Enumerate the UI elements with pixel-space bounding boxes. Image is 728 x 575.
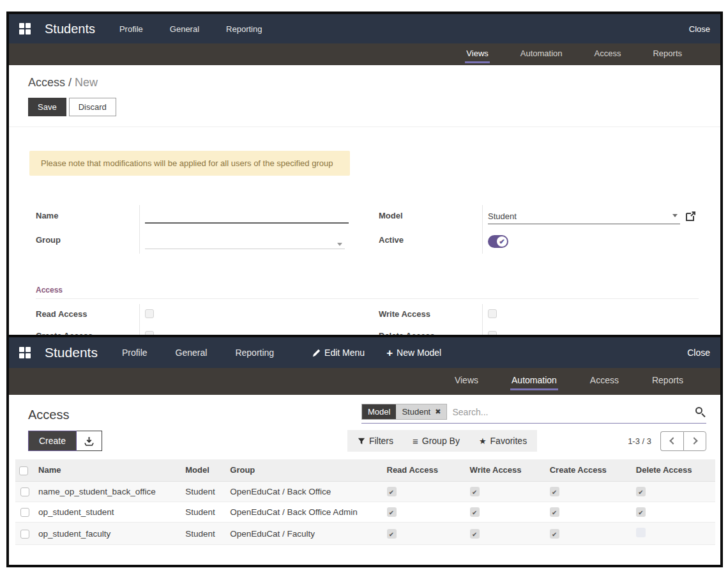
read-access-checkbox[interactable] bbox=[387, 507, 397, 517]
pager-range: 1-3 / 3 bbox=[628, 436, 651, 446]
tab-reports[interactable]: Reports bbox=[651, 372, 685, 390]
nav-item-general[interactable]: General bbox=[176, 348, 208, 358]
cell-model: Student bbox=[181, 481, 226, 502]
column-header-read-access[interactable]: Read Access bbox=[383, 459, 466, 481]
group-by-button[interactable]: ≡ Group By bbox=[413, 436, 460, 446]
model-select[interactable]: Student bbox=[488, 211, 680, 224]
table-row[interactable]: op_student_faculty Student OpenEduCat / … bbox=[15, 523, 715, 545]
field-write-access: Write Access bbox=[379, 304, 699, 326]
tab-access[interactable]: Access bbox=[593, 46, 623, 63]
table-row[interactable]: name_op_student_back_office Student Open… bbox=[15, 481, 715, 502]
nav-item-profile[interactable]: Profile bbox=[119, 24, 143, 34]
nav-item-reporting[interactable]: Reporting bbox=[226, 24, 262, 34]
tab-automation[interactable]: Automation bbox=[510, 372, 558, 390]
read-access-checkbox[interactable] bbox=[387, 487, 397, 496]
search-icon[interactable] bbox=[695, 406, 706, 418]
chevron-down-icon bbox=[672, 214, 678, 217]
nav-item-reporting[interactable]: Reporting bbox=[235, 348, 274, 358]
download-icon bbox=[84, 436, 94, 446]
edit-menu-button[interactable]: Edit Menu bbox=[312, 348, 365, 358]
tab-views[interactable]: Views bbox=[465, 46, 489, 63]
column-header-create-access[interactable]: Create Access bbox=[546, 459, 632, 481]
create-access-checkbox[interactable] bbox=[550, 529, 559, 539]
filter-strip: Filters ≡ Group By ★ Favorites bbox=[347, 430, 537, 452]
delete-access-checkbox[interactable] bbox=[636, 487, 646, 496]
cell-group: OpenEduCat / Faculty bbox=[226, 523, 383, 545]
apps-grid-icon[interactable] bbox=[19, 23, 31, 34]
toggle-check-icon: ✔ bbox=[497, 236, 507, 247]
write-access-checkbox[interactable] bbox=[470, 487, 480, 496]
plus-icon: + bbox=[386, 348, 393, 358]
column-header-model[interactable]: Model bbox=[181, 459, 226, 481]
top-navbar: Students Profile General Reporting Edit … bbox=[9, 337, 720, 368]
active-label: Active bbox=[379, 229, 482, 254]
page-title: Access bbox=[28, 408, 69, 422]
close-button[interactable]: Close bbox=[689, 24, 710, 34]
tab-automation[interactable]: Automation bbox=[519, 46, 564, 63]
read-access-checkbox[interactable] bbox=[387, 529, 397, 539]
access-table: Name Model Group Read Access Write Acces… bbox=[15, 459, 715, 545]
delete-access-checkbox[interactable] bbox=[636, 507, 646, 517]
read-access-label: Read Access bbox=[36, 304, 139, 326]
filters-button[interactable]: Filters bbox=[358, 436, 393, 446]
tab-views[interactable]: Views bbox=[453, 372, 480, 390]
close-button[interactable]: Close bbox=[687, 348, 710, 358]
active-toggle[interactable]: ✔ bbox=[488, 235, 508, 248]
name-input[interactable] bbox=[145, 211, 349, 224]
write-access-checkbox[interactable] bbox=[488, 309, 497, 318]
nav-actions: Edit Menu + New Model bbox=[312, 348, 441, 358]
cell-name: op_student_faculty bbox=[34, 523, 181, 545]
save-button[interactable]: Save bbox=[28, 98, 66, 116]
form-left-column: Name Group bbox=[36, 205, 356, 254]
sheet-divider bbox=[9, 126, 720, 127]
column-header-name[interactable]: Name bbox=[34, 459, 181, 481]
app-title[interactable]: Students bbox=[45, 345, 98, 360]
model-label: Model bbox=[379, 205, 482, 229]
select-all-checkbox[interactable] bbox=[19, 466, 28, 475]
delete-access-checkbox[interactable] bbox=[636, 528, 646, 537]
row-checkbox[interactable] bbox=[20, 530, 29, 539]
group-label: Group bbox=[36, 229, 139, 254]
create-button[interactable]: Create bbox=[28, 431, 77, 451]
group-select[interactable] bbox=[145, 235, 345, 249]
search-facet: Model Student ✖ bbox=[361, 404, 447, 420]
row-checkbox[interactable] bbox=[20, 508, 29, 517]
create-access-checkbox[interactable] bbox=[550, 487, 559, 496]
breadcrumb-current: New bbox=[75, 76, 98, 89]
nav-item-profile[interactable]: Profile bbox=[122, 348, 148, 358]
group-modification-notice: Please note that modifications will be a… bbox=[29, 151, 350, 176]
write-access-checkbox[interactable] bbox=[470, 529, 480, 539]
external-link-icon[interactable] bbox=[685, 211, 696, 224]
apps-grid-icon[interactable] bbox=[19, 347, 31, 358]
pager-next-button[interactable] bbox=[683, 431, 706, 451]
row-checkbox[interactable] bbox=[20, 487, 29, 496]
search-input[interactable] bbox=[447, 404, 695, 420]
column-header-write-access[interactable]: Write Access bbox=[466, 459, 546, 481]
breadcrumb-parent[interactable]: Access bbox=[28, 76, 65, 89]
new-model-button[interactable]: + New Model bbox=[386, 348, 441, 358]
access-section-title: Access bbox=[36, 286, 720, 295]
tab-reports[interactable]: Reports bbox=[651, 46, 683, 63]
model-value: Student bbox=[488, 211, 517, 221]
column-header-delete-access[interactable]: Delete Access bbox=[632, 459, 715, 481]
create-access-checkbox[interactable] bbox=[550, 507, 559, 517]
field-active: Active ✔ bbox=[379, 229, 699, 254]
filter-icon bbox=[358, 437, 365, 445]
name-label: Name bbox=[36, 205, 139, 229]
breadcrumb-separator: / bbox=[68, 76, 72, 89]
field-group: Group bbox=[36, 229, 356, 254]
app-title[interactable]: Students bbox=[45, 22, 95, 36]
column-header-group[interactable]: Group bbox=[226, 459, 383, 481]
tab-access[interactable]: Access bbox=[589, 372, 620, 390]
facet-remove-icon[interactable]: ✖ bbox=[435, 408, 441, 416]
read-access-checkbox[interactable] bbox=[145, 309, 154, 318]
discard-button[interactable]: Discard bbox=[69, 98, 116, 116]
write-access-label: Write Access bbox=[379, 304, 482, 326]
pager-previous-button[interactable] bbox=[660, 431, 683, 451]
write-access-checkbox[interactable] bbox=[470, 507, 480, 517]
nav-item-general[interactable]: General bbox=[170, 24, 199, 34]
favorites-button[interactable]: ★ Favorites bbox=[479, 436, 527, 446]
table-row[interactable]: op_student_student Student OpenEduCat / … bbox=[15, 502, 715, 523]
export-button[interactable] bbox=[77, 431, 102, 451]
form-buttons: Save Discard bbox=[28, 98, 720, 116]
